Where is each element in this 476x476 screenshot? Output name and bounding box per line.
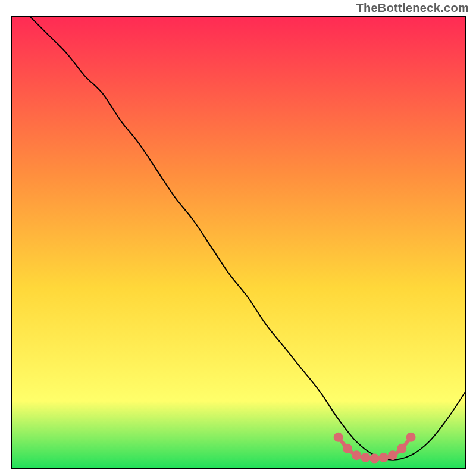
- optimal-zone-point: [334, 433, 343, 442]
- optimal-zone-point: [343, 444, 352, 453]
- bottleneck-chart: [0, 0, 476, 476]
- optimal-zone-point: [379, 453, 389, 462]
- optimal-zone-point: [361, 453, 370, 462]
- watermark-text: TheBottleneck.com: [356, 1, 469, 15]
- optimal-zone-point: [388, 450, 397, 460]
- optimal-zone-point: [352, 450, 361, 460]
- chart-container: TheBottleneck.com: [0, 0, 476, 476]
- optimal-zone-point: [406, 433, 416, 442]
- optimal-zone-point: [370, 454, 380, 464]
- optimal-zone-point: [397, 444, 406, 453]
- chart-background: [12, 17, 465, 469]
